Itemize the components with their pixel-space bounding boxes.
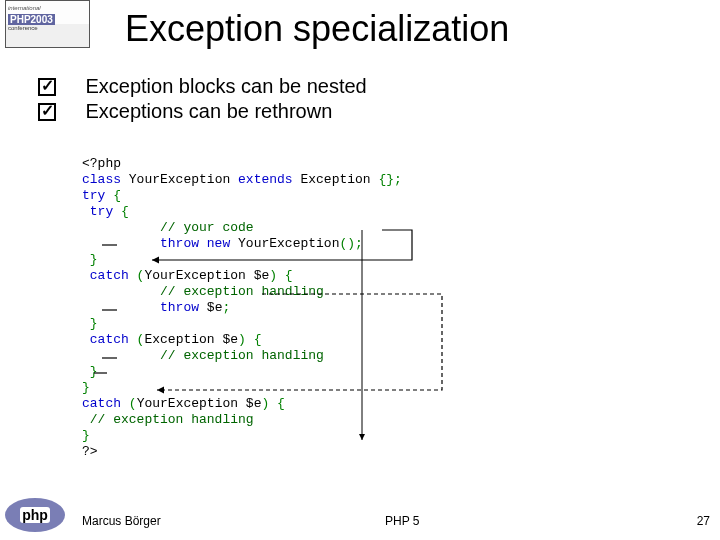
- code-punc: ) {: [261, 396, 284, 411]
- code-kw: try: [82, 188, 113, 203]
- code-line: <?php: [82, 156, 121, 171]
- footer-author: Marcus Börger: [82, 514, 161, 528]
- check-icon: [38, 78, 56, 96]
- code-punc: }: [82, 364, 98, 379]
- code-comment: // your code: [82, 220, 254, 235]
- php-logo-icon: php: [5, 498, 65, 532]
- bullet-list: Exception blocks can be nested Exception…: [38, 75, 367, 125]
- check-icon: [38, 103, 56, 121]
- code-kw: catch: [82, 332, 137, 347]
- code-line: ?>: [82, 444, 98, 459]
- code-id: YourException: [129, 172, 238, 187]
- code-punc: ();: [339, 236, 362, 251]
- logo-line3: conference: [8, 25, 87, 31]
- code-punc: {: [113, 188, 121, 203]
- code-comment: // exception handling: [82, 284, 324, 299]
- code-kw: extends: [238, 172, 300, 187]
- logo-line1: international: [8, 5, 41, 11]
- footer-topic: PHP 5: [385, 514, 419, 528]
- code-kw: throw: [82, 300, 207, 315]
- code-punc: (: [129, 396, 137, 411]
- slide-title: Exception specialization: [125, 8, 509, 50]
- code-block: <?php class YourException extends Except…: [82, 140, 402, 460]
- code-kw: throw new: [82, 236, 238, 251]
- bullet-row: Exceptions can be rethrown: [38, 100, 367, 123]
- code-punc: }: [82, 428, 90, 443]
- code-id: YourException $e: [137, 396, 262, 411]
- slide-number: 27: [697, 514, 710, 528]
- code-punc: {};: [378, 172, 401, 187]
- code-punc: ) {: [269, 268, 292, 283]
- code-id: Exception $e: [144, 332, 238, 347]
- code-punc: }: [82, 252, 98, 267]
- code-id: Exception: [300, 172, 378, 187]
- bullet-text: Exception blocks can be nested: [85, 75, 366, 97]
- conference-logo-top: international PHP2003 conference: [5, 0, 90, 48]
- code-kw: catch: [82, 268, 137, 283]
- bullet-row: Exception blocks can be nested: [38, 75, 367, 98]
- code-kw: try: [82, 204, 121, 219]
- logo-line2: PHP2003: [8, 14, 55, 25]
- code-comment: // exception handling: [82, 412, 254, 427]
- php-logo-text: php: [20, 507, 50, 523]
- code-id: YourException: [238, 236, 339, 251]
- code-punc: }: [82, 316, 98, 331]
- code-id: YourException $e: [144, 268, 269, 283]
- code-punc: ;: [222, 300, 230, 315]
- code-kw: catch: [82, 396, 129, 411]
- code-punc: ) {: [238, 332, 261, 347]
- code-comment: // exception handling: [82, 348, 324, 363]
- code-kw: class: [82, 172, 129, 187]
- bullet-text: Exceptions can be rethrown: [85, 100, 332, 122]
- code-id: $e: [207, 300, 223, 315]
- code-punc: }: [82, 380, 90, 395]
- code-punc: {: [121, 204, 129, 219]
